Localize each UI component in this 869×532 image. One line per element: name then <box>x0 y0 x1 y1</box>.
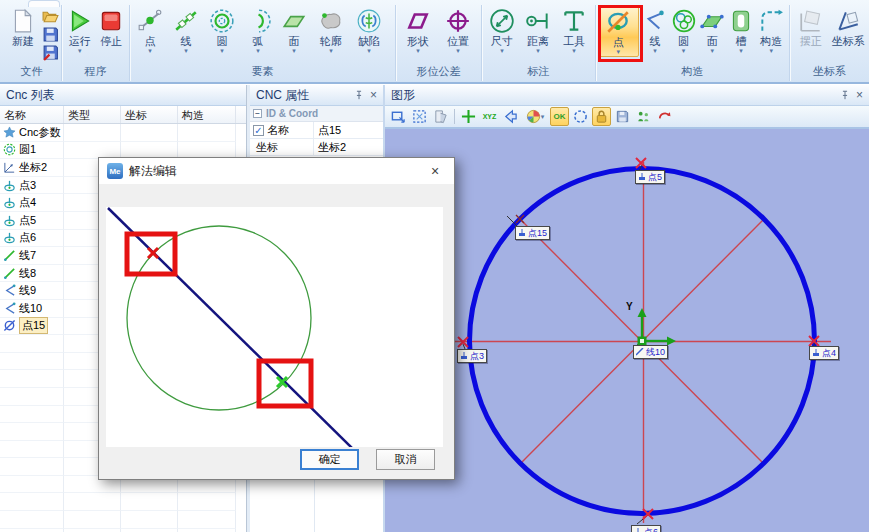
section-id-coord[interactable]: − ID & Coord <box>250 106 383 122</box>
markers-button[interactable] <box>634 107 653 126</box>
marker-label-point4[interactable]: 点4 <box>809 346 839 360</box>
pin-icon[interactable] <box>354 90 364 100</box>
construct-plane-button[interactable]: 面 ▾ <box>698 6 727 55</box>
marker-label-point15[interactable]: 点15 <box>515 226 550 240</box>
construct-circle-button[interactable]: 圆 ▾ <box>669 6 698 55</box>
ok-label: OK <box>554 112 566 121</box>
fit-view-icon <box>412 109 427 124</box>
open-folder-icon[interactable] <box>42 8 59 25</box>
chevron-down-icon: ▾ <box>148 48 152 55</box>
chevron-down-icon: ▾ <box>541 113 545 121</box>
ok-toggle[interactable]: OK <box>550 107 569 126</box>
dimension-button[interactable]: 尺寸 ▾ <box>484 6 520 55</box>
xyz-button[interactable]: XYZ <box>480 107 499 126</box>
fit-view-button[interactable] <box>410 107 429 126</box>
marker-label-line10[interactable]: 线10 <box>633 345 668 359</box>
run-button[interactable]: 运行 ▾ <box>64 6 96 55</box>
tool-button[interactable]: 工具 ▾ <box>556 6 592 55</box>
marker-label-point5[interactable]: 点5 <box>635 170 665 184</box>
plane-feature-icon <box>281 8 307 34</box>
element-arc-button[interactable]: 弧 ▾ <box>240 6 276 55</box>
construct-line-icon <box>642 8 668 34</box>
column-construct[interactable]: 构造 <box>178 106 236 123</box>
save-icon[interactable] <box>42 26 59 43</box>
construct-point-button[interactable]: 点 ▾ <box>598 6 639 57</box>
new-file-button[interactable]: 新建 <box>4 6 42 48</box>
ribbon-group-file: 新建 文件 <box>2 5 62 81</box>
column-name[interactable]: 名称 <box>0 106 64 123</box>
construct-construct-button[interactable]: 构造 ▾ <box>755 6 787 55</box>
circle-toggle[interactable] <box>571 107 590 126</box>
element-point-button[interactable]: 点 ▾ <box>132 6 168 55</box>
button-label: 槽 <box>735 34 746 48</box>
property-label: 名称 <box>267 123 289 138</box>
pin-icon[interactable] <box>840 90 850 100</box>
csys-button[interactable]: 坐标系 <box>830 6 868 48</box>
select-arrow-button[interactable] <box>501 107 520 126</box>
construct-slot-button[interactable]: 槽 ▾ <box>727 6 756 55</box>
distance-button[interactable]: 距离 ▾ <box>520 6 556 55</box>
save-view-button[interactable] <box>613 107 632 126</box>
align-button[interactable]: 摆正 <box>792 6 830 48</box>
property-value[interactable]: 点15 <box>314 122 383 138</box>
construct-circle-icon <box>671 8 697 34</box>
element-plane-button[interactable]: 面 ▾ <box>276 6 312 55</box>
ok-button[interactable]: 确定 <box>300 449 359 470</box>
close-icon[interactable]: × <box>424 163 446 179</box>
element-circle-button[interactable]: 圆 ▾ <box>204 6 240 55</box>
rotate-view-button[interactable] <box>655 107 674 126</box>
position-tolerance-button[interactable]: 位置 ▾ <box>438 6 478 55</box>
property-value[interactable]: 坐标2 <box>314 139 383 155</box>
construct-plane-icon <box>699 8 725 34</box>
column-type[interactable]: 类型 <box>64 106 121 123</box>
construct-line-button[interactable]: 线 ▾ <box>641 6 670 55</box>
diameter-icon <box>3 319 16 332</box>
graphics-title: 图形 <box>391 87 415 104</box>
button-label: 距离 <box>527 34 549 48</box>
dialog-titlebar[interactable]: Me 解法编辑 × <box>99 158 454 184</box>
shape-tolerance-icon <box>405 8 431 34</box>
item-label: 点4 <box>19 195 36 210</box>
chevron-down-icon: ▾ <box>456 48 460 55</box>
app-icon: Me <box>107 163 123 179</box>
zoom-window-button[interactable] <box>389 107 408 126</box>
element-defect-button[interactable]: 缺陷 ▾ <box>350 6 388 55</box>
group-label-file: 文件 <box>2 64 61 79</box>
collapse-icon[interactable]: − <box>253 109 262 118</box>
ribbon-group-elements: 点 ▾ 线 ▾ 圆 ▾ 弧 ▾ <box>130 5 396 81</box>
ribbon-group-construct: 点 ▾ 线 ▾ 圆 ▾ 面 ▾ <box>596 5 790 81</box>
cancel-button[interactable]: 取消 <box>376 449 435 470</box>
button-label: 圆 <box>678 34 689 48</box>
ribbon-group-csys: 摆正 坐标系 坐标系 <box>790 5 869 81</box>
marker-label-point3[interactable]: 点3 <box>457 349 487 363</box>
lock-toggle[interactable] <box>592 107 611 126</box>
position-tolerance-icon <box>445 8 471 34</box>
export-image-button[interactable] <box>431 107 450 126</box>
button-label: 位置 <box>447 34 469 48</box>
checkbox-checked[interactable]: ✓ <box>253 125 264 136</box>
button-label: 点 <box>145 34 156 48</box>
shape-tolerance-button[interactable]: 形状 ▾ <box>398 6 438 55</box>
element-contour-button[interactable]: 轮廓 ▾ <box>312 6 350 55</box>
crosshair-button[interactable] <box>459 107 478 126</box>
save-as-icon[interactable] <box>42 44 59 61</box>
item-label: 坐标2 <box>19 160 47 175</box>
solution-edit-dialog: Me 解法编辑 × 确定 取消 <box>98 157 455 480</box>
element-line-button[interactable]: 线 ▾ <box>168 6 204 55</box>
list-item-cnc-params[interactable]: Cnc参数 <box>0 124 246 142</box>
chevron-down-icon: ▾ <box>769 48 773 55</box>
color-picker-button[interactable]: ▾ <box>522 107 548 126</box>
property-row-coord[interactable]: 坐标 坐标2 <box>250 139 383 156</box>
stop-button[interactable]: 停止 <box>96 6 128 48</box>
close-icon[interactable]: × <box>370 90 377 100</box>
close-icon[interactable]: × <box>856 90 863 100</box>
solution-preview-canvas[interactable] <box>106 207 443 447</box>
xyz-label: XYZ <box>483 113 497 120</box>
column-coord[interactable]: 坐标 <box>121 106 178 123</box>
property-row-name[interactable]: ✓名称 点15 <box>250 122 383 139</box>
graphics-canvas[interactable]: Y X 点5 点15 点3 点4 线10 点6 <box>385 129 869 532</box>
ribbon-group-tolerance: 形状 ▾ 位置 ▾ 形位公差 <box>396 5 482 81</box>
point-icon <box>3 231 16 244</box>
marker-label-point6[interactable]: 点6 <box>631 525 661 532</box>
graphics-toolbar: XYZ ▾ OK <box>385 106 869 129</box>
